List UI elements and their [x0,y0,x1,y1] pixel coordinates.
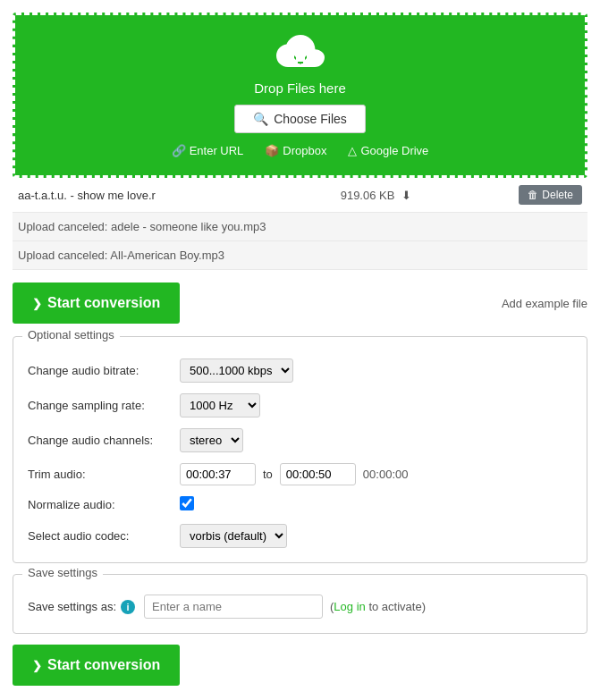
cloud-upload-icon [33,33,567,75]
trim-label: Trim audio: [28,468,180,481]
google-drive-label: Google Drive [360,144,428,157]
google-drive-icon: △ [348,144,357,157]
bottom-start-conversion-button[interactable]: ❯ Start conversion [13,645,180,686]
add-example-link[interactable]: Add example file [502,297,587,310]
sampling-label: Change sampling rate: [28,399,180,412]
channels-label: Change audio channels: [28,434,180,447]
link-icon: 🔗 [172,144,186,157]
normalize-checkbox[interactable] [180,496,194,510]
save-settings-label: Save settings as: i [28,600,144,614]
normalize-label: Normalize audio: [28,498,180,511]
dropbox-label: Dropbox [283,144,326,157]
conversion-bar: ❯ Start conversion Add example file [13,283,587,324]
choose-files-button[interactable]: 🔍 Choose Files [234,105,366,133]
list-item: Upload canceled: All-American Boy.mp3 [13,241,587,270]
list-item: Upload canceled: adele - someone like yo… [13,213,587,241]
cancelled-message-2: Upload canceled: All-American Boy.mp3 [18,249,224,262]
sampling-row: Change sampling rate: 1000 Hz 22050 Hz 4… [28,393,572,417]
save-row: Save settings as: i (Log in to activate) [28,595,572,619]
sampling-control[interactable]: 1000 Hz 22050 Hz 44100 Hz 48000 Hz [180,393,260,417]
channels-row: Change audio channels: stereo mono [28,428,572,452]
trim-duration: 00:00:00 [363,468,409,481]
bitrate-row: Change audio bitrate: 500...1000 kbps 12… [28,358,572,383]
enter-url-link[interactable]: 🔗 Enter URL [172,144,244,157]
normalize-control[interactable] [180,496,194,513]
bottom-chevron-right-icon: ❯ [32,659,42,672]
optional-settings-section: Optional settings Change audio bitrate: … [13,336,587,563]
normalize-row: Normalize audio: [28,496,572,513]
save-label-text: Save settings as: [28,600,116,613]
bitrate-label: Change audio bitrate: [28,364,180,377]
file-list: aa-t.a.t.u. - show me love.r 919.06 KB ⬇… [13,178,587,270]
delete-label: Delete [542,189,573,201]
cancelled-message-1: Upload canceled: adele - someone like yo… [18,220,266,233]
start-conversion-button[interactable]: ❯ Start conversion [13,283,180,324]
optional-settings-legend: Optional settings [22,328,120,342]
file-name: aa-t.a.t.u. - show me love.r [18,189,232,202]
codec-label: Select audio codec: [28,529,180,543]
delete-button[interactable]: 🗑 Delete [519,185,582,205]
trash-icon: 🗑 [528,189,538,201]
login-link[interactable]: Log in [334,600,365,613]
save-settings-legend: Save settings [22,566,103,579]
login-activate-text: (Log in to activate) [330,600,426,613]
channels-select[interactable]: stereo mono [180,428,243,452]
drop-zone[interactable]: Drop Files here 🔍 Choose Files 🔗 Enter U… [13,13,587,178]
table-row: aa-t.a.t.u. - show me love.r 919.06 KB ⬇… [13,178,587,213]
info-icon[interactable]: i [121,600,135,614]
add-example-label: Add example file [502,297,587,310]
codec-control[interactable]: vorbis (default) mp3 aac flac [180,524,287,548]
codec-select[interactable]: vorbis (default) mp3 aac flac [180,524,287,548]
channels-control[interactable]: stereo mono [180,428,243,452]
trim-to-label: to [263,468,273,481]
chevron-right-icon: ❯ [32,297,42,310]
dropbox-icon: 📦 [265,144,279,157]
google-drive-link[interactable]: △ Google Drive [348,144,428,157]
sampling-select[interactable]: 1000 Hz 22050 Hz 44100 Hz 48000 Hz [180,393,260,417]
save-name-input[interactable] [144,595,323,619]
choose-files-label: Choose Files [274,112,347,126]
bottom-bar: ❯ Start conversion [13,645,587,686]
trim-end-input[interactable] [280,463,356,485]
dropbox-link[interactable]: 📦 Dropbox [265,144,326,157]
start-conversion-label: Start conversion [47,295,160,311]
bitrate-select[interactable]: 500...1000 kbps 128 kbps 256 kbps 320 kb… [180,358,293,383]
file-size: 919.06 KB ⬇ [232,189,519,202]
bottom-start-conversion-label: Start conversion [47,657,160,673]
trim-start-input[interactable] [180,463,256,485]
drop-links: 🔗 Enter URL 📦 Dropbox △ Google Drive [33,144,567,157]
search-icon: 🔍 [253,112,268,126]
trim-row: Trim audio: to 00:00:00 [28,463,572,485]
save-settings-section: Save settings Save settings as: i (Log i… [13,574,587,634]
bitrate-control[interactable]: 500...1000 kbps 128 kbps 256 kbps 320 kb… [180,358,293,383]
drop-files-text: Drop Files here [33,80,567,96]
enter-url-label: Enter URL [190,144,244,157]
trim-control: to 00:00:00 [180,463,408,485]
codec-row: Select audio codec: vorbis (default) mp3… [28,524,572,548]
